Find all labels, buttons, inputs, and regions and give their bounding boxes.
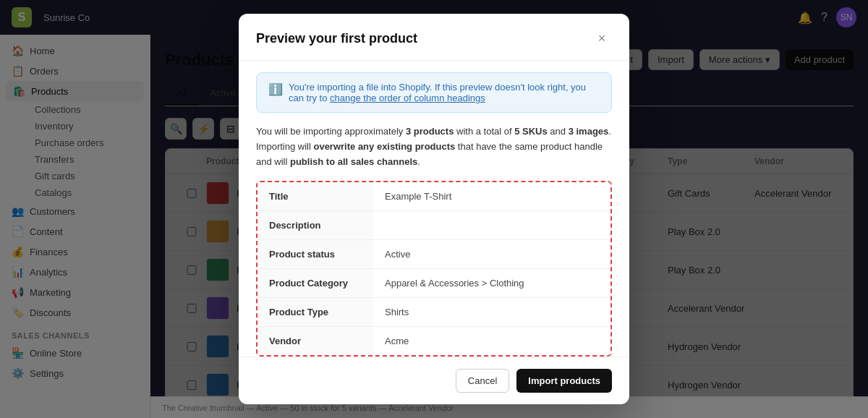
preview-row-type: Product Type Shirts [258, 298, 610, 327]
modal-footer: Cancel Import products [239, 357, 629, 404]
modal-overlay: Preview your first product × ℹ️ You're i… [0, 0, 868, 418]
modal-close-button[interactable]: × [592, 28, 612, 48]
preview-value-title: Example T-Shirt [373, 182, 610, 210]
modal-title: Preview your first product [256, 31, 417, 46]
preview-row-category: Product Category Apparel & Accessories >… [258, 269, 610, 298]
preview-label-vendor: Vendor [258, 327, 373, 355]
import-summary: You will be importing approximately 3 pr… [256, 124, 612, 169]
preview-row-title: Title Example T-Shirt [258, 182, 610, 211]
modal-header: Preview your first product × [239, 14, 629, 61]
info-banner: ℹ️ You're importing a file into Shopify.… [256, 72, 612, 113]
summary-bold1: overwrite any existing products [313, 141, 455, 152]
preview-label-type: Product Type [258, 298, 373, 326]
summary-prefix: You will be importing approximately [256, 126, 406, 137]
info-link[interactable]: change the order of column headings [330, 93, 485, 103]
preview-label-status: Product status [258, 240, 373, 268]
products-count: 3 products [406, 126, 454, 137]
cancel-button[interactable]: Cancel [456, 369, 509, 393]
summary-and: and [548, 126, 569, 137]
summary-suffix3: . [417, 156, 420, 167]
preview-label-category: Product Category [258, 269, 373, 297]
skus-count: 5 SKUs [514, 126, 548, 137]
preview-value-vendor: Acme [373, 327, 610, 355]
preview-value-description [373, 211, 610, 239]
preview-row-vendor: Vendor Acme [258, 327, 610, 355]
product-preview-table: Title Example T-Shirt Description Produc… [256, 181, 612, 357]
preview-value-type: Shirts [373, 298, 610, 326]
preview-label-description: Description [258, 211, 373, 239]
info-banner-content: You're importing a file into Shopify. If… [289, 82, 600, 103]
preview-row-description: Description [258, 211, 610, 240]
import-products-button[interactable]: Import products [516, 369, 612, 393]
modal-body: ℹ️ You're importing a file into Shopify.… [239, 61, 629, 357]
preview-label-title: Title [258, 182, 373, 210]
summary-middle: with a total of [454, 126, 514, 137]
info-icon: ℹ️ [268, 82, 283, 96]
preview-row-status: Product status Active [258, 240, 610, 269]
preview-value-status: Active [373, 240, 610, 268]
preview-value-category: Apparel & Accessories > Clothing [373, 269, 610, 297]
summary-bold2: publish to all sales channels [290, 156, 417, 167]
import-preview-modal: Preview your first product × ℹ️ You're i… [239, 14, 629, 404]
images-count: 3 images [569, 126, 609, 137]
